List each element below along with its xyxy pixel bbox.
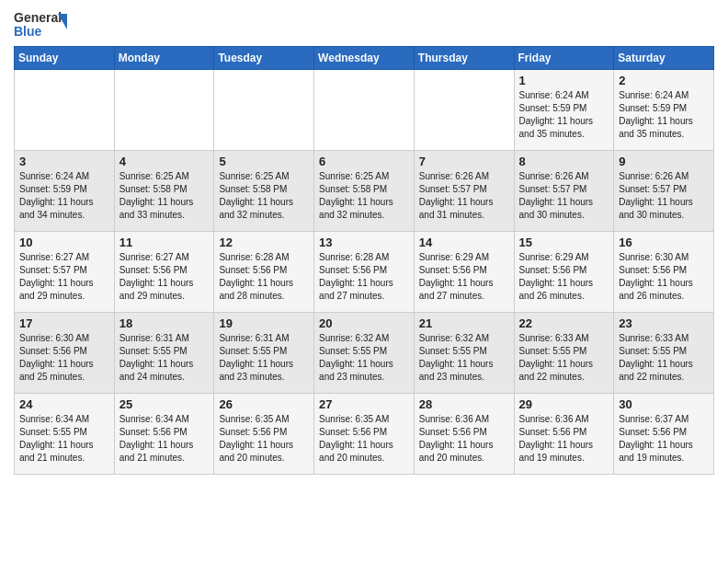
- day-of-week-monday: Monday: [114, 47, 214, 70]
- calendar-cell: 23Sunrise: 6:33 AM Sunset: 5:55 PM Dayli…: [614, 313, 714, 394]
- calendar-cell: 22Sunrise: 6:33 AM Sunset: 5:55 PM Dayli…: [514, 313, 614, 394]
- calendar-cell: 2Sunrise: 6:24 AM Sunset: 5:59 PM Daylig…: [614, 70, 714, 151]
- day-number: 13: [319, 236, 409, 249]
- calendar-cell: 5Sunrise: 6:25 AM Sunset: 5:58 PM Daylig…: [214, 151, 314, 232]
- calendar-cell: 28Sunrise: 6:36 AM Sunset: 5:56 PM Dayli…: [414, 394, 514, 475]
- svg-text:General: General: [14, 10, 62, 25]
- day-number: 27: [319, 397, 409, 411]
- calendar-cell: [314, 70, 415, 151]
- calendar-cell: 29Sunrise: 6:36 AM Sunset: 5:56 PM Dayli…: [514, 394, 614, 475]
- day-number: 21: [419, 316, 509, 330]
- day-number: 25: [119, 397, 210, 411]
- day-info: Sunrise: 6:26 AM Sunset: 5:57 PM Dayligh…: [419, 171, 494, 220]
- calendar-cell: 30Sunrise: 6:37 AM Sunset: 5:56 PM Dayli…: [614, 394, 714, 475]
- calendar-cell: 4Sunrise: 6:25 AM Sunset: 5:58 PM Daylig…: [114, 151, 214, 232]
- day-number: 16: [619, 236, 709, 249]
- calendar-cell: 20Sunrise: 6:32 AM Sunset: 5:55 PM Dayli…: [314, 313, 415, 394]
- day-number: 2: [619, 74, 709, 87]
- calendar-cell: 26Sunrise: 6:35 AM Sunset: 5:56 PM Dayli…: [214, 394, 314, 475]
- day-info: Sunrise: 6:34 AM Sunset: 5:56 PM Dayligh…: [119, 414, 194, 463]
- day-info: Sunrise: 6:27 AM Sunset: 5:56 PM Dayligh…: [119, 252, 194, 301]
- day-number: 19: [219, 316, 309, 330]
- logo-svg: GeneralBlue: [14, 9, 69, 39]
- calendar-week-row: 10Sunrise: 6:27 AM Sunset: 5:57 PM Dayli…: [15, 232, 714, 313]
- day-info: Sunrise: 6:32 AM Sunset: 5:55 PM Dayligh…: [419, 333, 494, 382]
- day-number: 8: [519, 155, 609, 168]
- svg-text:Blue: Blue: [14, 24, 42, 39]
- day-of-week-sunday: Sunday: [15, 47, 115, 70]
- calendar-cell: [15, 70, 115, 151]
- calendar-cell: 21Sunrise: 6:32 AM Sunset: 5:55 PM Dayli…: [414, 313, 514, 394]
- calendar-cell: 19Sunrise: 6:31 AM Sunset: 5:55 PM Dayli…: [214, 313, 314, 394]
- calendar-week-row: 24Sunrise: 6:34 AM Sunset: 5:55 PM Dayli…: [15, 394, 714, 475]
- calendar-cell: [414, 70, 514, 151]
- calendar-cell: 24Sunrise: 6:34 AM Sunset: 5:55 PM Dayli…: [15, 394, 115, 475]
- calendar-cell: 12Sunrise: 6:28 AM Sunset: 5:56 PM Dayli…: [214, 232, 314, 313]
- day-info: Sunrise: 6:33 AM Sunset: 5:55 PM Dayligh…: [619, 333, 693, 382]
- calendar-cell: 10Sunrise: 6:27 AM Sunset: 5:57 PM Dayli…: [15, 232, 115, 313]
- day-info: Sunrise: 6:27 AM Sunset: 5:57 PM Dayligh…: [19, 252, 94, 301]
- day-of-week-wednesday: Wednesday: [314, 47, 415, 70]
- day-number: 4: [119, 155, 210, 168]
- calendar-cell: 17Sunrise: 6:30 AM Sunset: 5:56 PM Dayli…: [15, 313, 115, 394]
- calendar-cell: 6Sunrise: 6:25 AM Sunset: 5:58 PM Daylig…: [314, 151, 415, 232]
- day-number: 7: [419, 155, 509, 168]
- calendar-cell: 18Sunrise: 6:31 AM Sunset: 5:55 PM Dayli…: [114, 313, 214, 394]
- calendar-cell: 8Sunrise: 6:26 AM Sunset: 5:57 PM Daylig…: [514, 151, 614, 232]
- day-of-week-friday: Friday: [514, 47, 614, 70]
- day-info: Sunrise: 6:33 AM Sunset: 5:55 PM Dayligh…: [519, 333, 594, 382]
- day-info: Sunrise: 6:26 AM Sunset: 5:57 PM Dayligh…: [519, 171, 594, 220]
- day-info: Sunrise: 6:29 AM Sunset: 5:56 PM Dayligh…: [519, 252, 594, 301]
- day-info: Sunrise: 6:26 AM Sunset: 5:57 PM Dayligh…: [619, 171, 693, 220]
- logo: GeneralBlue: [14, 9, 69, 39]
- calendar-cell: 13Sunrise: 6:28 AM Sunset: 5:56 PM Dayli…: [314, 232, 415, 313]
- day-number: 10: [19, 236, 109, 249]
- day-info: Sunrise: 6:37 AM Sunset: 5:56 PM Dayligh…: [619, 414, 693, 463]
- day-number: 6: [319, 155, 409, 168]
- day-number: 11: [119, 236, 210, 249]
- day-number: 24: [19, 397, 109, 411]
- header: GeneralBlue: [14, 9, 714, 39]
- day-of-week-tuesday: Tuesday: [214, 47, 314, 70]
- calendar-cell: 14Sunrise: 6:29 AM Sunset: 5:56 PM Dayli…: [414, 232, 514, 313]
- day-number: 14: [419, 236, 509, 249]
- day-of-week-saturday: Saturday: [614, 47, 714, 70]
- day-info: Sunrise: 6:36 AM Sunset: 5:56 PM Dayligh…: [519, 414, 594, 463]
- calendar-week-row: 1Sunrise: 6:24 AM Sunset: 5:59 PM Daylig…: [15, 70, 714, 151]
- day-info: Sunrise: 6:24 AM Sunset: 5:59 PM Dayligh…: [19, 171, 94, 220]
- calendar-cell: [214, 70, 314, 151]
- calendar-cell: [114, 70, 214, 151]
- day-number: 17: [19, 316, 109, 330]
- day-number: 29: [519, 397, 609, 411]
- day-number: 15: [519, 236, 609, 249]
- day-info: Sunrise: 6:31 AM Sunset: 5:55 PM Dayligh…: [119, 333, 194, 382]
- page: GeneralBlue SundayMondayTuesdayWednesday…: [0, 0, 728, 563]
- day-info: Sunrise: 6:25 AM Sunset: 5:58 PM Dayligh…: [219, 171, 293, 220]
- day-number: 1: [519, 74, 609, 87]
- day-info: Sunrise: 6:30 AM Sunset: 5:56 PM Dayligh…: [619, 252, 693, 301]
- calendar-week-row: 3Sunrise: 6:24 AM Sunset: 5:59 PM Daylig…: [15, 151, 714, 232]
- calendar-cell: 25Sunrise: 6:34 AM Sunset: 5:56 PM Dayli…: [114, 394, 214, 475]
- calendar-cell: 27Sunrise: 6:35 AM Sunset: 5:56 PM Dayli…: [314, 394, 415, 475]
- calendar-cell: 11Sunrise: 6:27 AM Sunset: 5:56 PM Dayli…: [114, 232, 214, 313]
- day-number: 12: [219, 236, 309, 249]
- calendar-cell: 1Sunrise: 6:24 AM Sunset: 5:59 PM Daylig…: [514, 70, 614, 151]
- calendar-table: SundayMondayTuesdayWednesdayThursdayFrid…: [14, 46, 714, 475]
- day-info: Sunrise: 6:25 AM Sunset: 5:58 PM Dayligh…: [119, 171, 194, 220]
- day-info: Sunrise: 6:31 AM Sunset: 5:55 PM Dayligh…: [219, 333, 293, 382]
- day-number: 22: [519, 316, 609, 330]
- calendar-cell: 15Sunrise: 6:29 AM Sunset: 5:56 PM Dayli…: [514, 232, 614, 313]
- day-info: Sunrise: 6:24 AM Sunset: 5:59 PM Dayligh…: [519, 90, 594, 139]
- day-info: Sunrise: 6:28 AM Sunset: 5:56 PM Dayligh…: [219, 252, 293, 301]
- day-of-week-thursday: Thursday: [414, 47, 514, 70]
- day-info: Sunrise: 6:35 AM Sunset: 5:56 PM Dayligh…: [319, 414, 393, 463]
- day-number: 5: [219, 155, 309, 168]
- day-info: Sunrise: 6:30 AM Sunset: 5:56 PM Dayligh…: [19, 333, 94, 382]
- day-number: 26: [219, 397, 309, 411]
- day-info: Sunrise: 6:35 AM Sunset: 5:56 PM Dayligh…: [219, 414, 293, 463]
- day-number: 20: [319, 316, 409, 330]
- calendar-cell: 9Sunrise: 6:26 AM Sunset: 5:57 PM Daylig…: [614, 151, 714, 232]
- calendar-cell: 3Sunrise: 6:24 AM Sunset: 5:59 PM Daylig…: [15, 151, 115, 232]
- day-number: 28: [419, 397, 509, 411]
- calendar-cell: 7Sunrise: 6:26 AM Sunset: 5:57 PM Daylig…: [414, 151, 514, 232]
